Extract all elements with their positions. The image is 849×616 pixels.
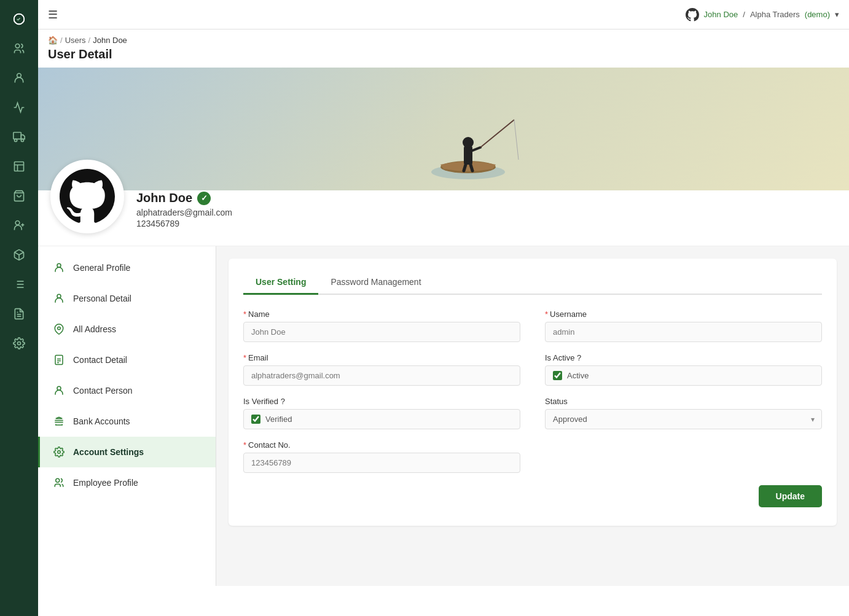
svg-point-20 (18, 342, 21, 345)
right-content: User Setting Password Management (216, 246, 849, 586)
avatar (50, 160, 124, 233)
topbar-company: Alpha Traders (750, 10, 800, 19)
all-address-label: All Address (73, 324, 116, 334)
profile-email: alphatraders@gmail.com (136, 208, 232, 217)
contact-no-label: * Contact No. (243, 440, 520, 450)
receipt-icon[interactable] (6, 301, 32, 327)
verified-badge: ✓ (197, 192, 211, 205)
sidebar-item-bank-accounts[interactable]: Bank Accounts (38, 406, 216, 437)
package-icon[interactable] (6, 242, 32, 268)
person-icon[interactable] (6, 65, 32, 91)
verified-checkbox[interactable] (251, 415, 260, 424)
all-address-icon (52, 322, 66, 336)
employee-profile-icon (52, 476, 66, 489)
github-icon (686, 8, 699, 21)
dashboard-icon[interactable] (6, 6, 32, 32)
profile-phone: 123456789 (136, 219, 232, 228)
svg-point-37 (57, 386, 61, 390)
bank-accounts-icon (52, 415, 66, 428)
svg-point-32 (58, 327, 61, 330)
sidebar-item-account-settings[interactable]: Account Settings (38, 437, 216, 467)
verified-checkbox-label[interactable]: Verified (265, 415, 292, 424)
building-icon[interactable] (6, 154, 32, 179)
contact-no-input[interactable] (243, 453, 520, 473)
contact-person-icon (52, 384, 66, 397)
svg-point-2 (17, 74, 22, 78)
chart-icon[interactable] (6, 95, 32, 120)
contact-person-label: Contact Person (73, 386, 133, 396)
personal-detail-icon (52, 292, 66, 305)
account-settings-label: Account Settings (73, 447, 144, 457)
main-content: ☰ John Doe / Alpha Traders (demo) ▾ 🏠 / … (38, 0, 849, 616)
email-required: * (243, 353, 246, 362)
topbar-left: ☰ (48, 8, 58, 21)
name-required: * (243, 310, 246, 319)
menu-icon[interactable]: ☰ (48, 8, 58, 21)
svg-line-26 (480, 120, 514, 147)
person-add-icon[interactable] (6, 212, 32, 238)
sidebar-item-general-profile[interactable]: General Profile (38, 252, 216, 283)
topbar-separator: / (743, 10, 745, 19)
list-icon[interactable] (6, 271, 32, 297)
svg-line-28 (464, 165, 466, 171)
status-select-wrapper: Approved Pending Rejected (545, 409, 822, 429)
email-input[interactable] (243, 365, 520, 386)
left-nav: General Profile Personal Detail All Addr… (38, 246, 216, 586)
sidebar (0, 0, 38, 616)
username-input[interactable] (545, 322, 822, 342)
svg-line-27 (514, 120, 518, 160)
contact-no-field-group: * Contact No. (243, 440, 520, 473)
general-profile-icon (52, 261, 66, 275)
contact-detail-icon (52, 353, 66, 367)
email-label: * Email (243, 353, 520, 362)
user-setting-form: * Name * Username (243, 310, 822, 473)
topbar: ☰ John Doe / Alpha Traders (demo) ▾ (38, 0, 849, 29)
tab-password-management[interactable]: Password Management (318, 271, 433, 295)
users-group-icon[interactable] (6, 36, 32, 61)
is-active-label: Is Active ? (545, 353, 822, 362)
account-settings-icon (52, 445, 66, 459)
active-checkbox-label[interactable]: Active (567, 371, 589, 380)
tab-user-setting[interactable]: User Setting (243, 271, 318, 295)
svg-point-8 (15, 221, 20, 225)
username-required: * (545, 310, 548, 319)
svg-point-30 (57, 263, 61, 267)
profile-info: John Doe ✓ alphatraders@gmail.com 123456… (136, 191, 232, 233)
breadcrumb-sep1: / (60, 36, 63, 45)
topbar-demo: (demo) (805, 10, 830, 19)
username-label: * Username (545, 310, 822, 319)
sidebar-item-contact-person[interactable]: Contact Person (38, 375, 216, 406)
status-select[interactable]: Approved Pending Rejected (545, 409, 822, 429)
username-field-group: * Username (545, 310, 822, 342)
general-profile-label: General Profile (73, 263, 130, 273)
active-checkbox[interactable] (553, 371, 562, 380)
breadcrumb: 🏠 / Users / John Doe (38, 29, 849, 46)
settings-card: User Setting Password Management (229, 259, 837, 526)
topbar-username[interactable]: John Doe (704, 10, 738, 19)
breadcrumb-users[interactable]: Users (65, 36, 86, 45)
sidebar-item-contact-detail[interactable]: Contact Detail (38, 345, 216, 375)
settings-icon[interactable] (6, 330, 32, 356)
status-field-group: Status Approved Pending Rejected (545, 397, 822, 429)
tabs: User Setting Password Management (243, 271, 822, 295)
truck-icon[interactable] (6, 124, 32, 150)
svg-point-5 (21, 139, 23, 141)
home-icon[interactable]: 🏠 (48, 36, 58, 45)
name-input[interactable] (243, 322, 520, 342)
email-field-group: * Email (243, 353, 520, 386)
profile-name-text: John Doe (136, 191, 192, 205)
is-active-field-group: Is Active ? Active (545, 353, 822, 386)
sidebar-item-employee-profile[interactable]: Employee Profile (38, 467, 216, 498)
is-verified-field-group: Is Verified ? Verified (243, 397, 520, 429)
topbar-right: John Doe / Alpha Traders (demo) ▾ (686, 8, 839, 21)
update-button[interactable]: Update (759, 485, 822, 507)
sidebar-item-personal-detail[interactable]: Personal Detail (38, 283, 216, 314)
page-wrapper: 🏠 / Users / John Doe User Detail (38, 29, 849, 616)
svg-rect-6 (15, 162, 24, 171)
basket-icon[interactable] (6, 183, 32, 209)
svg-rect-23 (464, 146, 472, 165)
topbar-dropdown-icon[interactable]: ▾ (835, 10, 839, 19)
cover-photo (38, 68, 849, 190)
is-verified-label: Is Verified ? (243, 397, 520, 406)
sidebar-item-all-address[interactable]: All Address (38, 314, 216, 345)
